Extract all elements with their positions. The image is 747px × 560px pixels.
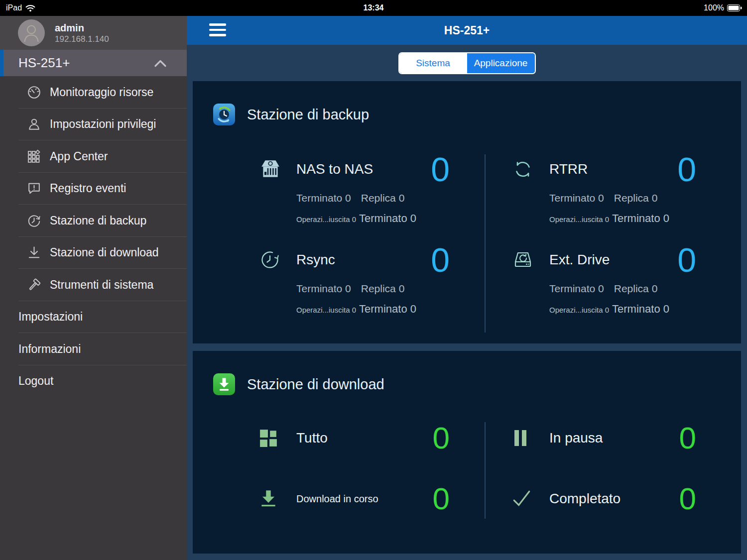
tab-strip: Sistema Applicazione	[187, 45, 747, 81]
sidebar-item-label: Impostazioni privilegi	[50, 117, 156, 131]
sidebar-item-label: Impostazioni	[18, 310, 83, 324]
stat-value: 0	[605, 215, 609, 224]
sidebar-item-download-station[interactable]: Stazione di download	[0, 237, 187, 269]
download-item-count: 0	[433, 423, 450, 453]
pause-icon	[512, 429, 529, 448]
backup-station-header[interactable]: Stazione di backup	[213, 104, 369, 125]
backup-item-name: RTRR	[549, 161, 588, 177]
sidebar-item-logout[interactable]: Logout	[0, 365, 187, 398]
sidebar-item-label: Registro eventi	[50, 182, 126, 195]
backup-station-app-icon	[213, 104, 235, 125]
user-icon	[26, 116, 42, 132]
stat-label: Operazi...iuscita	[549, 306, 603, 314]
download-item-all[interactable]: Tutto 0	[259, 421, 485, 455]
backup-item-nas-to-nas[interactable]: NAS to NAS 0 Terminato 0 Replica 0 Opera…	[259, 153, 485, 225]
stat-label: Replica	[361, 283, 396, 294]
backup-item-name: NAS to NAS	[296, 161, 373, 177]
backup-clock-icon	[26, 213, 42, 228]
sidebar-item-label: Strumenti di sistema	[50, 278, 153, 292]
download-item-name: In pausa	[549, 430, 603, 446]
sidebar-item-settings[interactable]: Impostazioni	[0, 301, 187, 334]
download-item-completed[interactable]: Completato 0	[512, 481, 738, 516]
tab-applicazione[interactable]: Applicazione	[467, 53, 535, 73]
sync-circle-icon	[512, 158, 534, 180]
download-green-icon	[259, 489, 278, 509]
sidebar-item-app-center[interactable]: App Center	[0, 140, 187, 173]
stat-value: 0	[598, 283, 604, 294]
stat-label: Terminato	[549, 192, 595, 204]
download-station-app-icon	[213, 373, 235, 395]
sidebar-item-privilege-settings[interactable]: Impostazioni privilegi	[0, 109, 187, 141]
status-bar: iPad 13:34 100%	[0, 0, 747, 16]
download-item-count: 0	[679, 423, 696, 453]
person-avatar-icon	[18, 19, 45, 46]
download-item-count: 0	[433, 483, 450, 514]
apps-grid-icon	[26, 149, 42, 164]
stat-label: Terminato	[296, 192, 342, 204]
stat-value: 0	[598, 192, 604, 204]
download-item-name: Tutto	[296, 430, 328, 446]
user-name: admin	[55, 21, 109, 34]
backup-item-count: 0	[677, 152, 696, 186]
stat-label: Terminato	[359, 212, 407, 224]
download-station-header[interactable]: Stazione di download	[213, 373, 384, 395]
stat-label: Operazi...iuscita	[549, 215, 603, 224]
stat-value: 0	[352, 215, 356, 224]
stat-label: Terminato	[612, 212, 660, 224]
backup-item-rsync[interactable]: Rsync 0 Terminato 0 Replica 0 Operazi...…	[259, 244, 485, 316]
sidebar-item-resource-monitor[interactable]: Monitoraggio risorse	[0, 76, 187, 109]
stat-value: 0	[652, 192, 658, 204]
download-item-name: Completato	[549, 491, 621, 507]
sidebar-item-backup-station[interactable]: Stazione di backup	[0, 205, 187, 237]
external-drive-icon	[512, 249, 534, 271]
chevron-up-icon[interactable]	[154, 59, 167, 67]
sidebar-item-label: Stazione di download	[50, 246, 159, 259]
stat-label: Replica	[614, 192, 649, 204]
main-content: HS-251+ Sistema Applicazione	[187, 16, 747, 560]
stat-label: Terminato	[296, 283, 342, 294]
backup-item-count: 0	[431, 152, 450, 186]
stat-value: 0	[410, 212, 416, 224]
download-item-name: Download in corso	[296, 493, 378, 505]
backup-item-rtrr[interactable]: RTRR 0 Terminato 0 Replica 0 Operazi...i…	[512, 153, 738, 225]
download-station-title: Stazione di download	[247, 376, 384, 393]
download-item-paused[interactable]: In pausa 0	[512, 421, 738, 455]
status-time: 13:34	[0, 3, 747, 12]
sidebar: admin 192.168.1.140 HS-251+ Monitoraggio…	[0, 16, 187, 560]
backup-item-name: Ext. Drive	[549, 252, 610, 268]
backup-item-ext-drive[interactable]: Ext. Drive 0 Terminato 0 Replica 0 Opera…	[512, 244, 738, 316]
column-divider	[485, 422, 486, 519]
stat-label: Replica	[361, 192, 396, 204]
backup-item-count: 0	[431, 243, 450, 277]
stat-value: 0	[605, 306, 609, 314]
stat-label: Terminato	[612, 303, 660, 315]
sidebar-item-system-tools[interactable]: Strumenti di sistema	[0, 269, 187, 301]
stat-label: Operazi...iuscita	[296, 215, 350, 224]
stat-value: 0	[399, 283, 405, 294]
column-divider	[485, 154, 486, 333]
sidebar-item-label: Monitoraggio risorse	[50, 86, 153, 99]
qmanager-screen: iPad 13:34 100% admin	[0, 0, 747, 560]
stat-label: Terminato	[549, 283, 595, 294]
tab-sistema[interactable]: Sistema	[399, 53, 467, 73]
clock-restore-icon	[259, 249, 281, 271]
backup-station-panel: Stazione di backup NAS to NAS 0 Termina	[193, 81, 741, 343]
page-title: HS-251+	[187, 16, 747, 45]
backup-item-count: 0	[677, 243, 696, 277]
grid-squares-icon	[259, 429, 278, 448]
stat-value: 0	[345, 192, 351, 204]
sidebar-item-label: Stazione di backup	[50, 214, 146, 227]
stat-value: 0	[345, 283, 351, 294]
user-header: admin 192.168.1.140	[0, 16, 187, 50]
download-station-panel: Stazione di download Tutto 0 In paus	[193, 351, 741, 554]
sidebar-item-event-log[interactable]: Registro eventi	[0, 173, 187, 205]
stat-label: Replica	[614, 283, 649, 294]
sidebar-item-label: App Center	[50, 150, 108, 163]
sidebar-item-information[interactable]: Informazioni	[0, 333, 187, 365]
hamburger-icon[interactable]	[209, 23, 226, 37]
download-item-downloading[interactable]: Download in corso 0	[259, 481, 485, 516]
sidebar-item-device[interactable]: HS-251+	[0, 50, 187, 76]
sidebar-item-label: Logout	[18, 374, 53, 388]
stat-value: 0	[663, 303, 669, 315]
stat-label: Terminato	[359, 303, 407, 315]
